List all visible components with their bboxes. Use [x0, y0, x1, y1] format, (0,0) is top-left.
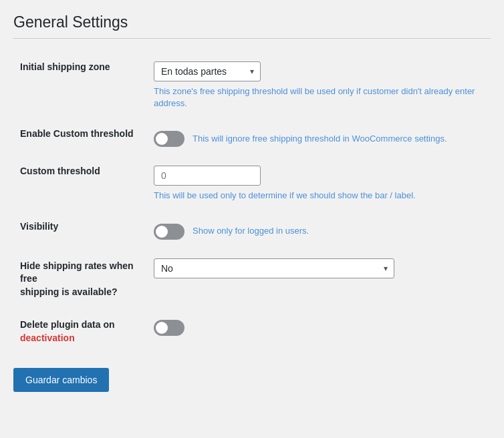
visibility-toggle-wrap: Show only for logged in users.	[154, 221, 484, 240]
label-initial-shipping-zone: Initial shipping zone	[20, 61, 110, 72]
row-visibility: Visibility Show only for logged in users…	[13, 212, 491, 249]
delete-plugin-data-toggle-wrap	[154, 317, 484, 336]
label-visibility: Visibility	[20, 221, 58, 232]
page-title: General Settings	[13, 13, 491, 31]
hide-shipping-rates-select[interactable]: No Yes	[154, 258, 394, 278]
enable-custom-threshold-hint: This will ignore free shipping threshold…	[193, 133, 447, 145]
save-button[interactable]: Guardar cambios	[13, 368, 109, 392]
enable-custom-threshold-toggle[interactable]	[154, 131, 184, 147]
row-enable-custom-threshold: Enable Custom threshold This will ignore…	[13, 119, 491, 156]
initial-shipping-zone-select[interactable]: En todas partes	[154, 61, 261, 81]
initial-shipping-zone-select-wrapper: En todas partes ▾	[154, 61, 261, 81]
toggle-slider-visibility	[154, 224, 184, 240]
hide-shipping-rates-select-wrapper: No Yes ▾	[154, 258, 394, 278]
custom-threshold-input[interactable]	[154, 166, 261, 186]
enable-custom-threshold-toggle-wrap: This will ignore free shipping threshold…	[154, 128, 484, 147]
row-delete-plugin-data: Delete plugin data on deactivation	[13, 308, 491, 354]
toggle-slider	[154, 131, 184, 147]
custom-threshold-hint: This will be used only to determine if w…	[154, 190, 484, 202]
divider	[13, 38, 491, 39]
toggle-slider-delete	[154, 320, 184, 336]
initial-shipping-zone-hint: This zone's free shipping threshold will…	[154, 85, 484, 110]
settings-table: Initial shipping zone En todas partes ▾ …	[13, 52, 491, 355]
visibility-toggle[interactable]	[154, 224, 184, 240]
row-custom-threshold: Custom threshold This will be used only …	[13, 156, 491, 211]
row-initial-shipping-zone: Initial shipping zone En todas partes ▾ …	[13, 52, 491, 119]
delete-plugin-data-toggle[interactable]	[154, 320, 184, 336]
label-hide-shipping-rates: Hide shipping rates when free shipping i…	[20, 260, 134, 297]
label-enable-custom-threshold: Enable Custom threshold	[20, 128, 134, 139]
label-custom-threshold: Custom threshold	[20, 166, 100, 176]
label-delete-plugin-data: Delete plugin data on deactivation	[20, 319, 115, 343]
visibility-hint: Show only for logged in users.	[193, 225, 309, 237]
row-hide-shipping-rates: Hide shipping rates when free shipping i…	[13, 249, 491, 308]
